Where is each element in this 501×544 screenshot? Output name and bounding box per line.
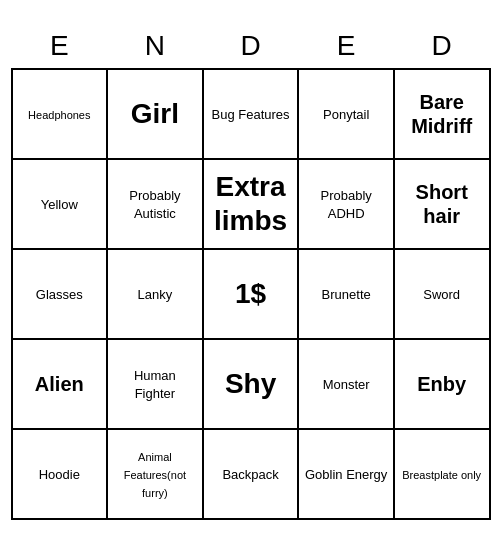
cell-text-2-3: Brunette — [322, 287, 371, 302]
cell-3-1: Human Fighter — [107, 339, 203, 429]
cell-text-2-4: Sword — [423, 287, 460, 302]
cell-3-2: Shy — [203, 339, 299, 429]
cell-text-4-3: Goblin Energy — [305, 467, 387, 482]
cell-0-4: Bare Midriff — [394, 69, 490, 159]
cell-text-0-0: Headphones — [28, 109, 90, 121]
cell-4-4: Breastplate only — [394, 429, 490, 519]
cell-3-0: Alien — [12, 339, 108, 429]
cell-4-2: Backpack — [203, 429, 299, 519]
cell-text-3-3: Monster — [323, 377, 370, 392]
cell-1-2: Extra limbs — [203, 159, 299, 249]
cell-text-3-4: Enby — [417, 373, 466, 395]
cell-text-1-2: Extra limbs — [214, 171, 287, 236]
header-row: ENDED — [12, 24, 490, 69]
cell-text-1-3: Probably ADHD — [321, 188, 372, 221]
cell-0-2: Bug Features — [203, 69, 299, 159]
row-0: HeadphonesGirlBug FeaturesPonytailBare M… — [12, 69, 490, 159]
header-col-1: N — [107, 24, 203, 69]
row-4: HoodieAnimal Features(not furry)Backpack… — [12, 429, 490, 519]
cell-text-4-1: Animal Features(not furry) — [124, 451, 186, 499]
cell-text-1-1: Probably Autistic — [129, 188, 180, 221]
cell-text-1-4: Short hair — [416, 181, 468, 227]
cell-text-2-2: 1$ — [235, 278, 266, 309]
cell-2-1: Lanky — [107, 249, 203, 339]
cell-4-0: Hoodie — [12, 429, 108, 519]
header-col-3: E — [298, 24, 393, 69]
cell-2-4: Sword — [394, 249, 490, 339]
cell-2-2: 1$ — [203, 249, 299, 339]
cell-text-4-2: Backpack — [222, 467, 278, 482]
cell-text-0-4: Bare Midriff — [411, 91, 472, 137]
cell-0-3: Ponytail — [298, 69, 393, 159]
cell-4-1: Animal Features(not furry) — [107, 429, 203, 519]
cell-text-3-0: Alien — [35, 373, 84, 395]
cell-1-3: Probably ADHD — [298, 159, 393, 249]
cell-1-1: Probably Autistic — [107, 159, 203, 249]
header-col-2: D — [203, 24, 299, 69]
cell-3-4: Enby — [394, 339, 490, 429]
bingo-card: ENDED HeadphonesGirlBug FeaturesPonytail… — [11, 24, 491, 520]
cell-3-3: Monster — [298, 339, 393, 429]
cell-text-3-2: Shy — [225, 368, 276, 399]
row-3: AlienHuman FighterShyMonsterEnby — [12, 339, 490, 429]
cell-text-2-0: Glasses — [36, 287, 83, 302]
cell-2-3: Brunette — [298, 249, 393, 339]
cell-1-0: Yellow — [12, 159, 108, 249]
header-col-4: D — [394, 24, 490, 69]
cell-0-0: Headphones — [12, 69, 108, 159]
cell-text-4-4: Breastplate only — [402, 469, 481, 481]
cell-text-0-1: Girl — [131, 98, 179, 129]
cell-text-0-2: Bug Features — [212, 107, 290, 122]
cell-text-0-3: Ponytail — [323, 107, 369, 122]
cell-text-1-0: Yellow — [41, 197, 78, 212]
cell-text-4-0: Hoodie — [39, 467, 80, 482]
cell-0-1: Girl — [107, 69, 203, 159]
header-col-0: E — [12, 24, 108, 69]
cell-1-4: Short hair — [394, 159, 490, 249]
row-2: GlassesLanky1$BrunetteSword — [12, 249, 490, 339]
row-1: YellowProbably AutisticExtra limbsProbab… — [12, 159, 490, 249]
cell-text-3-1: Human Fighter — [134, 368, 176, 401]
cell-2-0: Glasses — [12, 249, 108, 339]
cell-4-3: Goblin Energy — [298, 429, 393, 519]
cell-text-2-1: Lanky — [138, 287, 173, 302]
